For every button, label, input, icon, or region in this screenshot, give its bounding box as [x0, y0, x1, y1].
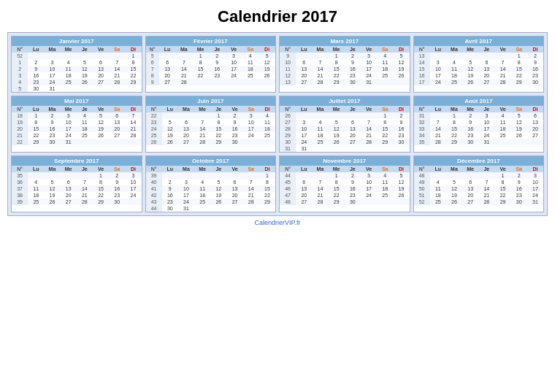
calendar-cell: 13 [345, 126, 361, 132]
calendar-cell: 21 [312, 72, 328, 79]
calendar-cell: 8 [446, 119, 462, 126]
calendar-cell: 20 [12, 126, 28, 132]
calendar-cell: 30 [345, 79, 361, 85]
calendar-cell: 27 [296, 79, 312, 85]
calendar-cell: 27 [93, 79, 109, 85]
calendar-cell: 19 [393, 66, 409, 72]
calendar-cell: 13 [93, 66, 109, 72]
calendar-cell: 24 [296, 139, 312, 145]
calendar-cell: 31 [61, 139, 77, 145]
calendar-cell: 22 [210, 132, 226, 139]
calendar-cell: 23 [28, 79, 44, 85]
calendar-cell: 5 [12, 85, 28, 92]
month-block: Mars 2017N°LuMaMeJeVeSaDi912345106789101… [279, 36, 410, 93]
calendar-cell: 22 [329, 72, 345, 79]
calendar-cell: 6 [296, 59, 312, 66]
calendar-cell: 18 [77, 126, 93, 132]
month-block: Décembre 2017N°LuMaMeJeVeSaDi48123494567… [413, 155, 545, 212]
calendar-cell [77, 85, 93, 92]
calendar-cell: 28 [125, 132, 141, 139]
calendar-cell: 10 [361, 179, 377, 185]
calendar-cell [194, 172, 210, 179]
calendar-cell: 30 [393, 139, 409, 145]
calendar-cell: 17 [478, 126, 494, 132]
calendar-cell [109, 139, 125, 145]
calendar-cell: 6 [146, 59, 159, 66]
page-title: Calendrier 2017 [218, 7, 337, 26]
month-header: Novembre 2017 [280, 156, 410, 166]
month-header: Avril 2017 [414, 36, 544, 46]
calendar-cell: 38 [12, 192, 28, 199]
calendar-cell: 3 [361, 172, 377, 179]
calendar-cell: 17 [226, 66, 242, 72]
calendar-cell: 4 [312, 119, 328, 126]
calendar-cell: 16 [345, 185, 361, 192]
calendar-cell: 9 [345, 179, 361, 185]
calendar-cell: 16 [414, 72, 430, 79]
calendar-cell: 29 [280, 132, 296, 139]
footer-link[interactable]: CalendrierVIP.fr [255, 219, 301, 226]
calendar-cell: 5 [77, 59, 93, 66]
calendar-cell: 23 [209, 72, 226, 79]
calendar-cell: 23 [345, 72, 361, 79]
calendar-cell: 35 [414, 139, 430, 145]
calendar-cell: 5 [146, 53, 159, 59]
calendar-cell: 12 [393, 179, 409, 185]
calendar-cell: 21 [77, 192, 93, 199]
calendar-cell: 23 [345, 192, 361, 199]
calendar-cell: 14 [361, 126, 377, 132]
calendar-cell: 37 [12, 185, 28, 192]
calendar-cell: 22 [494, 192, 510, 199]
calendar-cell: 16 [28, 72, 44, 79]
calendar-cell: 19 [259, 66, 275, 72]
calendar-cell: 1 [259, 172, 275, 179]
calendar-cell: 50 [414, 185, 430, 192]
calendar-cell [527, 139, 543, 145]
calendar-cell: 4 [259, 112, 275, 119]
calendar-cell: 22 [93, 192, 109, 199]
calendar-cell: 27 [61, 199, 77, 205]
calendar-cell: 19 [446, 192, 462, 199]
calendar-cell: 13 [109, 119, 125, 126]
calendar-cell: 25 [377, 72, 393, 79]
calendar-cell: 26 [393, 192, 409, 199]
calendar-cell [77, 139, 93, 145]
calendar-cell: 8 [511, 59, 527, 66]
calendar-cell: 28 [243, 199, 259, 205]
month-header: Août 2017 [414, 96, 544, 106]
calendar-cell [377, 79, 393, 85]
calendar-cell: 39 [146, 172, 162, 179]
calendar-cell: 11 [446, 66, 462, 72]
calendar-cell: 27 [462, 199, 478, 205]
calendar-cell: 4 [377, 53, 393, 59]
calendar-cell: 16 [162, 192, 178, 199]
calendar-cell: 6 [296, 179, 312, 185]
calendar-cell [178, 172, 194, 179]
calendar-cell: 20 [61, 192, 77, 199]
calendar-cell: 26 [210, 199, 226, 205]
calendar-cell: 28 [430, 139, 446, 145]
calendar-cell: 5 [162, 119, 178, 126]
month-header: Mars 2017 [280, 36, 410, 46]
calendar-cell: 6 [61, 179, 77, 185]
calendar-cell: 1 [125, 53, 141, 59]
calendar-cell: 12 [462, 66, 478, 72]
calendar-cell: 10 [527, 179, 543, 185]
calendar-cell: 8 [329, 59, 345, 66]
calendar-cell: 10 [361, 59, 377, 66]
calendar-cell: 2 [209, 53, 226, 59]
calendar-cell [125, 85, 141, 92]
calendar-cell: 27 [280, 119, 296, 126]
calendar-cell [312, 53, 328, 59]
calendar-cell: 1 [511, 53, 527, 59]
calendar-cell [109, 53, 125, 59]
calendar-cell: 19 [44, 192, 60, 199]
calendar-cell: 27 [478, 79, 494, 85]
month-table: N°LuMaMeJeVeSaDi181234567198910111213142… [12, 106, 142, 145]
calendar-cell: 3 [361, 53, 377, 59]
calendar-cell: 3 [296, 119, 312, 126]
calendar-cell: 9 [527, 59, 543, 66]
calendar-cell: 14 [312, 185, 328, 192]
calendar-cell: 25 [494, 132, 510, 139]
calendar-cell: 18 [494, 126, 510, 132]
